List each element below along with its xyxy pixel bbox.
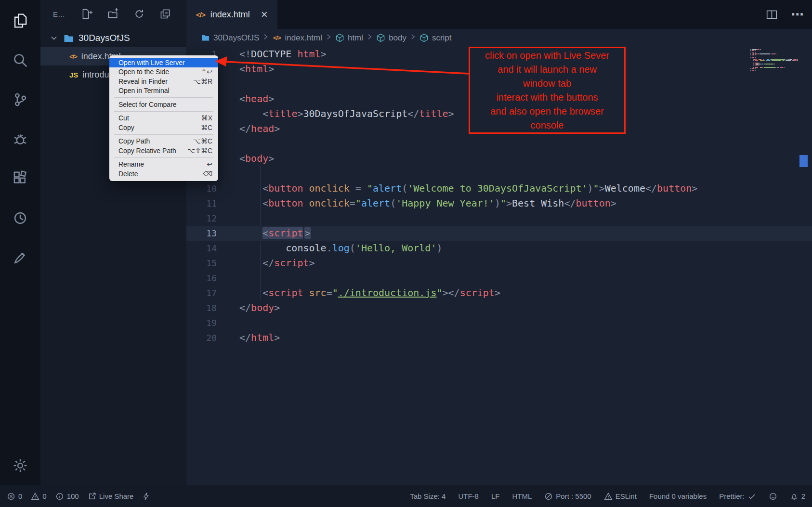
explorer-actions (81, 8, 183, 20)
line-number-15[interactable]: 15 (186, 256, 217, 271)
line-number-20[interactable]: 20 (186, 330, 217, 345)
split-editor-button[interactable] (766, 9, 778, 21)
menu-item-open-with-live-server[interactable]: Open with Live Server (109, 58, 218, 67)
menu-item-select-for-compare[interactable]: Select for Compare (109, 100, 218, 109)
explorer-icon (12, 13, 28, 29)
chevron-down-icon (49, 33, 59, 43)
breadcrumb-script[interactable]: script (419, 33, 452, 43)
status-slash[interactable]: Port : 5500 (544, 492, 591, 501)
new-file-button[interactable] (81, 8, 93, 20)
refresh-button[interactable] (133, 8, 145, 20)
status-bolt[interactable] (142, 492, 151, 501)
annotation-line: and it will launch a new (498, 63, 597, 77)
activity-source-control-button[interactable] (12, 91, 28, 108)
breadcrumb-body[interactable]: body (376, 33, 406, 43)
overview-ruler-marker (799, 155, 808, 167)
breadcrumb-label: index.html (285, 33, 322, 43)
status-label: 2 (801, 492, 805, 500)
breadcrumb-label: script (432, 33, 452, 43)
chevron-right-icon (325, 33, 332, 43)
activity-explorer-button[interactable] (12, 13, 28, 29)
close-tab-icon[interactable]: × (261, 9, 268, 20)
status-error[interactable]: 0 (7, 492, 22, 501)
code-line-20: </html> (239, 330, 812, 345)
line-number-19[interactable]: 19 (186, 315, 217, 330)
line-number-11[interactable]: 11 (186, 196, 217, 211)
activity-debug-button[interactable] (12, 131, 28, 147)
menu-item-copy-path[interactable]: Copy Path⌥⌘C (109, 137, 218, 146)
activity-extensions-button[interactable] (12, 170, 28, 187)
menu-label: Copy Relative Path (118, 147, 176, 155)
activity-search-button[interactable] (12, 52, 28, 68)
status-live-share[interactable]: Live Share (88, 492, 134, 501)
status-smiley[interactable] (769, 492, 777, 501)
minimap-line (750, 60, 799, 61)
collapse-all-button[interactable] (159, 8, 171, 20)
menu-item-reveal-in-finder[interactable]: Reveal in Finder⌥⌘R (109, 77, 218, 86)
status-lf[interactable]: LF (491, 492, 500, 500)
folder-icon (201, 33, 210, 42)
breadcrumb-index-html[interactable]: </>index.html (272, 33, 322, 43)
status-bell[interactable]: 2 (790, 492, 805, 501)
activity-settings-button[interactable] (12, 457, 28, 474)
vscode-window: E… 30DaysOfJS</>index.htmlJSintroduction… (0, 0, 812, 507)
menu-item-copy[interactable]: Copy⌘C (109, 123, 218, 132)
more-actions-button[interactable]: ⋯ (791, 9, 803, 21)
line-number-14[interactable]: 14 (186, 241, 217, 256)
bell-icon (790, 492, 799, 501)
code-line-9 (239, 166, 812, 181)
status-warning[interactable]: ESLint (604, 492, 637, 501)
line-number-12[interactable]: 12 (186, 211, 217, 226)
menu-item-cut[interactable]: Cut⌘X (109, 114, 218, 123)
status-label: 0 (18, 492, 22, 500)
status-prettier[interactable]: Prettier: (719, 492, 756, 501)
tab-label: index.html (210, 10, 250, 20)
annotation-line: console (531, 118, 564, 132)
status-info[interactable]: 100 (55, 492, 79, 501)
new-file-icon (81, 8, 93, 20)
menu-item-rename[interactable]: Rename↩ (109, 160, 218, 169)
status-label: Tab Size: 4 (410, 492, 445, 500)
extensions-icon (12, 170, 28, 187)
status-utf-8[interactable]: UTF-8 (458, 492, 479, 500)
tree-item-30daysofjs[interactable]: 30DaysOfJS (40, 29, 186, 47)
status-label: UTF-8 (458, 492, 479, 500)
annotation-box: click on open with Live Severand it will… (469, 47, 626, 134)
js-icon: JS (69, 71, 78, 79)
line-number-13[interactable]: 13 (186, 226, 217, 241)
check-icon (747, 492, 756, 501)
info-icon (55, 492, 64, 501)
new-folder-button[interactable] (107, 8, 119, 20)
menu-item-delete[interactable]: Delete⌫ (109, 169, 218, 179)
line-number-16[interactable]: 16 (186, 271, 217, 286)
breadcrumb-30daysofjs[interactable]: 30DaysOfJS (201, 33, 259, 43)
activity-history-button[interactable] (12, 210, 28, 226)
smiley-icon (769, 492, 777, 501)
root-folder-label: 30DaysOfJS (79, 33, 130, 43)
folder-icon (63, 33, 74, 44)
code-line-10: <button onclick = "alert('Welcome to 30D… (239, 181, 812, 196)
menu-label: Reveal in Finder (118, 78, 168, 85)
menu-item-open-to-the-side[interactable]: Open to the Side⌃↩ (109, 67, 218, 77)
line-number-17[interactable]: 17 (186, 286, 217, 300)
refresh-icon (133, 8, 145, 20)
minimap[interactable] (750, 49, 799, 71)
status-tab-size-4[interactable]: Tab Size: 4 (410, 492, 445, 500)
status-html[interactable]: HTML (512, 492, 532, 500)
menu-item-open-in-terminal[interactable]: Open in Terminal (109, 86, 218, 96)
status-warning[interactable]: 0 (31, 492, 46, 501)
new-folder-icon (107, 8, 119, 20)
menu-shortcut: ⌥⌘R (193, 78, 212, 85)
status-found-0-variables[interactable]: Found 0 variables (649, 492, 707, 500)
code-line-17: <script src="./introduction.js"></script… (239, 286, 812, 300)
line-number-18[interactable]: 18 (186, 300, 217, 315)
activity-edit-session-button[interactable] (12, 249, 28, 266)
breadcrumb-label: html (348, 33, 363, 43)
status-left: 00100Live Share (7, 492, 151, 501)
tab-index-html[interactable]: </> index.html × (186, 0, 277, 29)
breadcrumb-label: 30DaysOfJS (213, 33, 259, 43)
live-share-icon (88, 492, 96, 501)
line-number-10[interactable]: 10 (186, 181, 217, 196)
breadcrumb-html[interactable]: html (335, 33, 363, 43)
menu-item-copy-relative-path[interactable]: Copy Relative Path⌥⇧⌘C (109, 146, 218, 156)
